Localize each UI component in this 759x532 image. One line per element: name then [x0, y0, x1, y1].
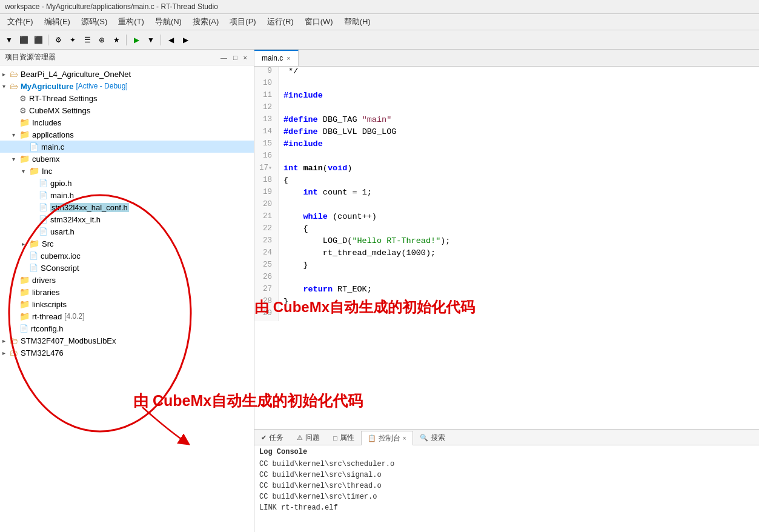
toolbar-btn-3[interactable]: ⬛: [31, 33, 45, 47]
tree-item-cubemx-settings[interactable]: ⚙CubeMX Settings: [0, 104, 254, 116]
panel-minimize-btn[interactable]: —: [219, 53, 229, 62]
keyword: #include: [283, 91, 323, 100]
toolbar-btn-5[interactable]: ✦: [66, 33, 79, 47]
menu-item-导航(N)[interactable]: 导航(N): [150, 15, 187, 28]
line-number: 25: [254, 261, 279, 273]
workspace-area: main.c × 9 */1011#include 1213#define DB…: [254, 50, 759, 429]
menu-item-文件(F)[interactable]: 文件(F): [2, 15, 38, 28]
tree-item-drivers[interactable]: 📁drivers: [0, 274, 254, 286]
tree-item-cubemx[interactable]: ▾📁cubemx: [0, 153, 254, 165]
console-title: Log Console: [259, 448, 754, 456]
toolbar-btn-4[interactable]: ⚙: [51, 33, 65, 47]
line-content: [279, 273, 759, 285]
menu-item-项目(P)[interactable]: 项目(P): [225, 15, 260, 28]
toolbar-btn-9[interactable]: ▼: [144, 33, 157, 47]
folder-icon: 📁: [19, 287, 30, 297]
toolbar-btn-2[interactable]: ⬛: [17, 33, 30, 47]
settings-icon: ⚙: [19, 106, 27, 115]
tree-item-stm32l476[interactable]: ▸🗁STM32L476: [0, 347, 254, 359]
tree-item-linkscripts[interactable]: 📁linkscripts: [0, 298, 254, 310]
code-line-16: 16: [254, 151, 759, 164]
tree-item-stm32f407[interactable]: ▸🗁STM32F407_ModbusLibEx: [0, 334, 254, 347]
tree-item-src[interactable]: ▸📁Src: [0, 238, 254, 250]
tree-item-cubemx-ioc[interactable]: 📄cubemx.ioc: [0, 250, 254, 262]
toolbar-sep-1: [48, 35, 48, 45]
line-content: while (count++): [279, 212, 759, 224]
toolbar-btn-6[interactable]: ☰: [81, 33, 94, 47]
menu-bar: 文件(F)编辑(E)源码(S)重构(T)导航(N)搜索(A)项目(P)运行(R)…: [0, 14, 759, 30]
tree-arrow[interactable]: ▾: [12, 131, 19, 138]
toolbar-btn-11[interactable]: ▶: [179, 33, 192, 47]
tree-item-stm32l4xx_it-h[interactable]: 📄stm32l4xx_it.h: [0, 213, 254, 225]
line-number: 11: [254, 91, 279, 103]
tree-item-gpio-h[interactable]: 📄gpio.h: [0, 177, 254, 189]
tab-label: 任务: [269, 433, 283, 443]
tree-item-main-h[interactable]: 📄main.h: [0, 189, 254, 201]
menu-item-源码(S)[interactable]: 源码(S): [76, 15, 112, 28]
toolbar-btn-7[interactable]: ⊕: [95, 33, 108, 47]
tree-item-inc[interactable]: ▾📁Inc: [0, 165, 254, 177]
tree-label: linkscripts: [32, 300, 67, 309]
tree-label: rt-thread: [32, 312, 62, 321]
code-line-25: 25 }: [254, 261, 759, 273]
tree-item-rtthread-settings[interactable]: ⚙RT-Thread Settings: [0, 92, 254, 104]
code-line-21: 21 while (count++): [254, 212, 759, 224]
tree-item-bearpi[interactable]: ▸🗁BearPi_L4_Agriculture_OneNet: [0, 68, 254, 80]
menu-item-编辑(E)[interactable]: 编辑(E): [39, 15, 75, 28]
bottom-tab-任务[interactable]: ✔任务: [254, 430, 290, 445]
tree-arrow[interactable]: ▸: [2, 337, 10, 344]
tree-arrow-empty: [12, 313, 19, 320]
toolbar-btn-run[interactable]: ▶: [130, 33, 143, 47]
toolbar-btn-1[interactable]: ▼: [2, 33, 16, 47]
tree-arrow[interactable]: ▾: [12, 156, 19, 162]
menu-item-窗口(W)[interactable]: 窗口(W): [300, 15, 338, 28]
panel-header-icons: — □ ×: [219, 53, 249, 62]
tree-arrow[interactable]: ▸: [22, 241, 29, 247]
toolbar-btn-10[interactable]: ◀: [164, 33, 177, 47]
tree-item-rt-thread[interactable]: 📁rt-thread[4.0.2]: [0, 310, 254, 322]
tree-arrow[interactable]: ▸: [2, 71, 10, 78]
bottom-tab-close[interactable]: ×: [403, 435, 406, 442]
panel-close-btn[interactable]: ×: [242, 53, 249, 62]
tree-item-usart-h[interactable]: 📄usart.h: [0, 225, 254, 238]
toolbar-sep-3: [161, 35, 161, 45]
tree-item-applications[interactable]: ▾📁applications: [0, 128, 254, 141]
tree-item-includes[interactable]: 📁Includes: [0, 116, 254, 128]
tab-close-btn[interactable]: ×: [287, 55, 290, 62]
line-number: 15: [254, 139, 279, 151]
tree-arrow-empty: [31, 204, 39, 211]
tree-item-sconscript[interactable]: 📄SConscript: [0, 262, 254, 274]
settings-icon: ⚙: [19, 94, 27, 103]
bottom-panel: ✔任务⚠问题□属性📋控制台×🔍搜索 Log Console CC build\k…: [254, 429, 759, 532]
toolbar-btn-8[interactable]: ★: [110, 33, 123, 47]
menu-item-运行(R)[interactable]: 运行(R): [262, 15, 299, 28]
tree-item-myagri[interactable]: ▾🗁MyAgriculture[Active - Debug]: [0, 80, 254, 92]
tree-item-libraries[interactable]: 📁libraries: [0, 286, 254, 298]
tree-item-rtconfig-h[interactable]: 📄rtconfig.h: [0, 322, 254, 334]
line-number: 17▾: [254, 164, 279, 176]
menu-item-帮助(H)[interactable]: 帮助(H): [339, 15, 376, 28]
bottom-tab-控制台[interactable]: 📋控制台×: [361, 431, 413, 445]
tree-arrow-empty: [22, 144, 29, 150]
project-icon: 🗁: [10, 336, 18, 345]
code-line-15: 15#include: [254, 139, 759, 151]
menu-item-重构(T)[interactable]: 重构(T): [113, 15, 149, 28]
bottom-tab-属性[interactable]: □属性: [326, 430, 361, 445]
tree-label: STM32L476: [21, 348, 64, 357]
tree-label: RT-Thread Settings: [29, 94, 97, 103]
menu-item-搜索(A)[interactable]: 搜索(A): [188, 15, 224, 28]
tree-arrow[interactable]: ▾: [22, 168, 29, 175]
code-editor[interactable]: 9 */1011#include 1213#define DBG_TAG "ma…: [254, 67, 759, 429]
project-icon: 🗁: [10, 69, 18, 79]
tree-arrow[interactable]: ▸: [2, 350, 10, 356]
code-line-29: 29: [254, 309, 759, 321]
panel-maximize-btn[interactable]: □: [231, 53, 239, 62]
keyword: while: [303, 212, 328, 221]
bottom-tab-搜索[interactable]: 🔍搜索: [413, 430, 452, 445]
tree-item-main-c[interactable]: 📄main.c: [0, 141, 254, 153]
tree-item-stm32l4xx_hal_conf-h[interactable]: 📄stm32l4xx_hal_conf.h: [0, 201, 254, 213]
tree-arrow[interactable]: ▾: [2, 83, 10, 90]
tab-main-c[interactable]: main.c ×: [254, 50, 299, 66]
bottom-tab-问题[interactable]: ⚠问题: [290, 430, 326, 445]
line-number: 9: [254, 67, 279, 79]
